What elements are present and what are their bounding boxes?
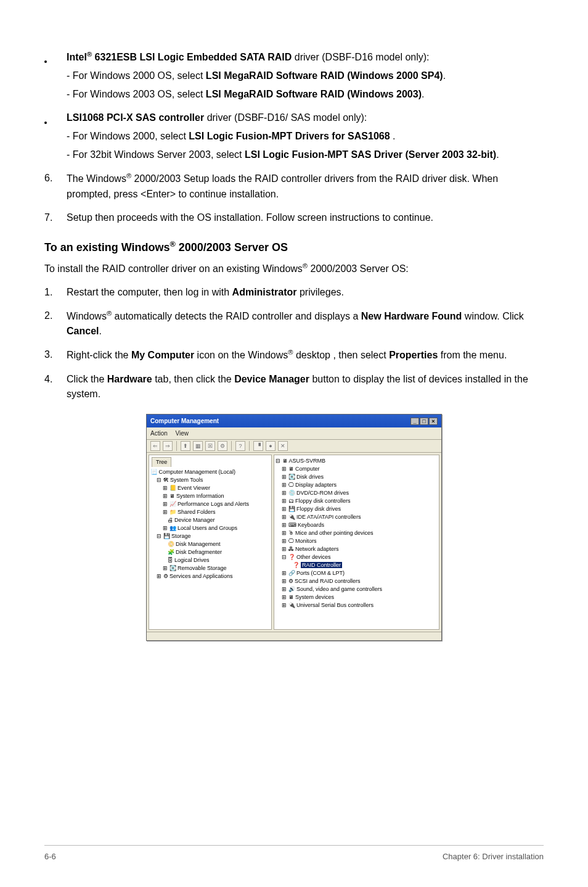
t: automatically detects the RAID controlle… <box>112 311 361 321</box>
device-pane: ⊟ 🖥 ASUS-SVRMB ⊞ 🖥 Computer ⊞ 💽 Disk dri… <box>274 455 439 630</box>
device-disk-drives[interactable]: ⊞ 💽 Disk drives <box>276 473 438 481</box>
list-icon[interactable]: ▦ <box>193 441 203 451</box>
t: desktop , then select <box>293 350 389 361</box>
sub-bold: LSI MegaRAID Software RAID (Windows 2000… <box>206 70 443 81</box>
device-ide[interactable]: ⊞ 🔌 IDE ATA/ATAPI controllers <box>276 513 438 521</box>
device-dvd[interactable]: ⊞ 💿 DVD/CD-ROM drives <box>276 489 438 497</box>
close-icon[interactable]: × <box>429 418 438 425</box>
tree-item-system-information[interactable]: ⊞ 🖥 System Information <box>150 492 270 500</box>
device-raid-controller[interactable]: ❓ RAID Controller <box>276 561 438 569</box>
sub-pre: - For Windows 2000, select <box>67 131 189 141</box>
t: Local Users and Groups <box>178 525 237 531</box>
page-footer: 6-6 Chapter 6: Driver installation <box>44 845 544 863</box>
nav-fwd-icon[interactable]: ⇒ <box>163 441 173 451</box>
tree-item-performance-logs[interactable]: ⊞ 📈 Performance Logs and Alerts <box>150 500 270 508</box>
t: 2000/2003 Server OS: <box>308 263 409 274</box>
device-mice[interactable]: ⊞ 🖱 Mice and other pointing devices <box>276 529 438 537</box>
device-usb[interactable]: ⊞ 🔌 Universal Serial Bus controllers <box>276 601 438 609</box>
computer-management-window: Computer Management _□× Action View ⇐ ⇒ … <box>146 414 442 641</box>
device-display-adapters[interactable]: ⊞ 🖵 Display adapters <box>276 481 438 489</box>
tree-item-disk-management[interactable]: 📀 Disk Management <box>150 540 270 548</box>
toolbar: ⇐ ⇒ ⬆ ▦ ☒ ⚙ ? ▝ ● ✕ <box>147 440 441 453</box>
sub-bold: LSI Logic Fusion-MPT Drivers for SAS1068 <box>189 131 393 141</box>
t: Floppy disk drives <box>296 506 341 512</box>
bullet-text: Intel® 6321ESB LSI Logic Embedded SATA R… <box>67 49 544 102</box>
b: New Hardware Found <box>361 311 462 321</box>
t: Windows <box>67 311 107 321</box>
tree-item-device-manager[interactable]: 🖨 Device Manager <box>150 516 270 524</box>
tree-item-logical-drives[interactable]: 🗄 Logical Drives <box>150 556 270 564</box>
tree-item-removable-storage[interactable]: ⊞ 💽 Removable Storage <box>150 564 270 572</box>
t: Logical Drives <box>174 557 210 563</box>
t: Disk Management <box>176 541 221 547</box>
remove-icon[interactable]: ✕ <box>278 441 288 451</box>
bullet-trail: driver (DSBF-D16 model only): <box>292 52 429 62</box>
t: Services and Applications <box>169 573 233 579</box>
device-keyboards[interactable]: ⊞ ⌨ Keyboards <box>276 521 438 529</box>
tree-item-shared-folders[interactable]: ⊞ 📁 Shared Folders <box>150 508 270 516</box>
up-icon[interactable]: ⬆ <box>181 441 190 451</box>
device-ports[interactable]: ⊞ 🔗 Ports (COM & LPT) <box>276 569 438 577</box>
step-text: Click the Hardware tab, then click the D… <box>67 372 544 402</box>
device-computer[interactable]: ⊞ 🖥 Computer <box>276 465 438 473</box>
tree-pane: Tree 📃 Computer Management (Local) ⊟ 🛠 S… <box>149 455 272 630</box>
tree-item-event-viewer[interactable]: ⊞ 📒 Event Viewer <box>150 484 270 492</box>
t: icon on the Windows <box>194 350 288 361</box>
t: Keyboards <box>298 522 324 528</box>
device-root[interactable]: ⊟ 🖥 ASUS-SVRMB <box>276 457 438 465</box>
t: Storage <box>171 533 191 539</box>
device-other[interactable]: ⊟ ❓ Other devices <box>276 553 438 561</box>
t: Universal Serial Bus controllers <box>296 602 374 608</box>
device-network[interactable]: ⊞ 🖧 Network adapters <box>276 545 438 553</box>
numbered-step: 4. Click the Hardware tab, then click th… <box>44 372 544 402</box>
t: 2000/2003 Server OS <box>176 241 288 254</box>
device-sound[interactable]: ⊞ 🔊 Sound, video and game controllers <box>276 585 438 593</box>
device-system[interactable]: ⊞ 🖥 System devices <box>276 593 438 601</box>
numbered-step: 6. The Windows® 2000/2003 Setup loads th… <box>44 171 544 201</box>
tree-item-storage[interactable]: ⊟ 💾 Storage <box>150 532 270 540</box>
bullet-lead-post: 6321ESB LSI Logic Embedded SATA RAID <box>92 52 292 62</box>
device-floppy-drives[interactable]: ⊞ 💾 Floppy disk drives <box>276 505 438 513</box>
nav-back-icon[interactable]: ⇐ <box>150 441 160 451</box>
properties-icon[interactable]: ⚙ <box>218 441 227 451</box>
tree-item-services[interactable]: ⊞ ⚙ Services and Applications <box>150 572 270 580</box>
step-number: 4. <box>44 372 67 402</box>
tree-root[interactable]: 📃 Computer Management (Local) <box>150 468 270 476</box>
titlebar: Computer Management _□× <box>147 415 441 427</box>
help-icon[interactable]: ? <box>235 441 245 451</box>
t: IDE ATA/ATAPI controllers <box>296 514 361 520</box>
t: Mice and other pointing devices <box>295 530 374 536</box>
b: Hardware <box>107 374 152 384</box>
record-icon[interactable]: ● <box>266 441 276 451</box>
sub-pre: - For Windows 2003 OS, select <box>67 89 206 99</box>
bullet-text: LSI1068 PCI-X SAS controller driver (DSB… <box>67 110 544 162</box>
t: To an existing Windows <box>44 241 170 254</box>
step-number: 6. <box>44 171 67 201</box>
sup: ® <box>126 172 131 179</box>
b: My Computer <box>131 350 194 361</box>
numbered-step: 3. Right-click the My Computer icon on t… <box>44 347 544 363</box>
t: Restart the computer, then log in with <box>67 287 232 297</box>
minimize-icon[interactable]: _ <box>410 418 419 425</box>
t: Event Viewer <box>178 485 210 491</box>
device-monitors[interactable]: ⊞ 🖵 Monitors <box>276 537 438 545</box>
tree-item-local-users[interactable]: ⊞ 👥 Local Users and Groups <box>150 524 270 532</box>
screenshot-container: Computer Management _□× Action View ⇐ ⇒ … <box>44 414 544 641</box>
b: Cancel <box>67 326 99 336</box>
tree-item-system-tools[interactable]: ⊟ 🛠 System Tools <box>150 476 270 484</box>
device-floppy-controllers[interactable]: ⊞ 🗂 Floppy disk controllers <box>276 497 438 505</box>
device-scsi[interactable]: ⊞ ⚙ SCSI and RAID controllers <box>276 577 438 585</box>
bullet-marker <box>44 110 67 162</box>
step-text: Windows® automatically detects the RAID … <box>67 308 544 339</box>
menu-action[interactable]: Action <box>150 430 168 437</box>
tree-item-disk-defragmenter[interactable]: 🧩 Disk Defragmenter <box>150 548 270 556</box>
menu-view[interactable]: View <box>176 430 189 437</box>
sub-post: . <box>443 70 446 81</box>
maximize-icon[interactable]: □ <box>420 418 428 425</box>
delete-icon[interactable]: ☒ <box>205 441 215 451</box>
sup: ® <box>170 240 176 249</box>
scan-icon[interactable]: ▝ <box>253 441 263 451</box>
sub-bold: LSI Logic Fusion-MPT SAS Driver (Server … <box>245 149 496 160</box>
tree-tab[interactable]: Tree <box>152 457 171 467</box>
t: tab, then click the <box>152 374 234 384</box>
